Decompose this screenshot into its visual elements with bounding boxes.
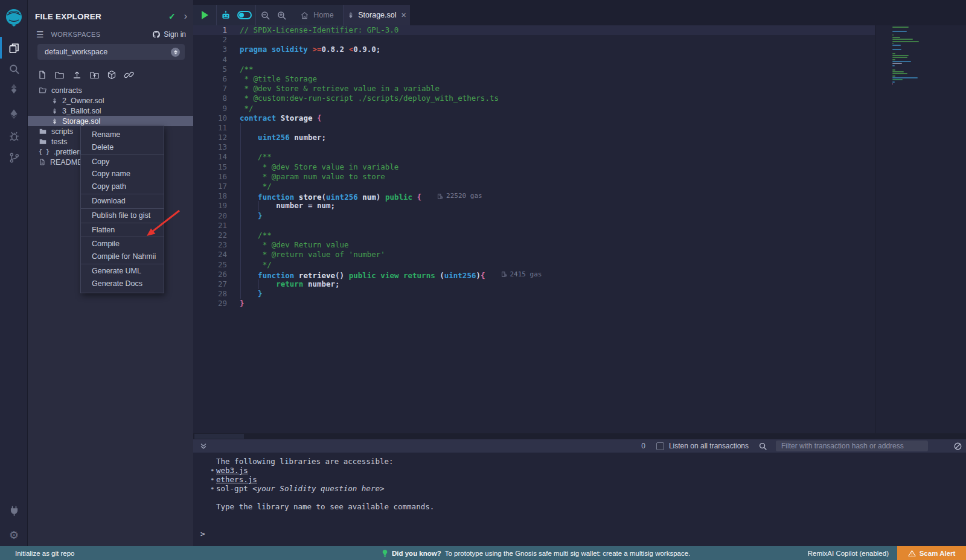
code-editor[interactable]: 1// SPDX-License-Identifier: GPL-3.023pr…	[193, 25, 966, 433]
plugin-manager-icon[interactable]	[0, 500, 28, 521]
settings-gear-icon[interactable]: ⚙	[0, 524, 28, 546]
zoom-out-icon[interactable]	[260, 10, 270, 21]
solidity-compiler-icon[interactable]	[0, 78, 28, 100]
menu-item-compile-for-nahmii[interactable]: Compile for Nahmii	[81, 250, 164, 263]
workspace-select[interactable]: default_workspace	[37, 44, 185, 60]
workspaces-menu-icon[interactable]: ☰	[36, 30, 44, 39]
ai-robot-icon[interactable]	[220, 10, 231, 21]
code-line-29[interactable]: 29}	[193, 299, 966, 308]
debugger-icon[interactable]	[0, 125, 28, 147]
deploy-run-icon[interactable]	[0, 103, 28, 125]
tab-storage-sol[interactable]: Storage.sol ×	[344, 5, 410, 25]
github-sign-in[interactable]: Sign in	[152, 30, 186, 39]
upload-folder-icon[interactable]	[89, 70, 100, 80]
ethers-link[interactable]: ethers.js	[216, 475, 257, 484]
editor-tab-bar: Home Storage.sol ×	[193, 5, 966, 25]
code-line-21[interactable]: 21	[193, 221, 966, 231]
horizontal-scrollbar[interactable]	[193, 433, 966, 439]
ai-segment	[217, 5, 255, 25]
remix-logo-icon[interactable]	[0, 6, 28, 29]
clear-console-icon[interactable]	[953, 442, 962, 451]
menu-item-rename[interactable]: Rename	[81, 129, 164, 141]
code-line-12[interactable]: 12 uint256 number;	[193, 133, 966, 142]
code-line-27[interactable]: 27 return number;	[193, 279, 966, 289]
menu-item-copy-name[interactable]: Copy name	[81, 168, 164, 180]
terminal-lib-solgpt: •sol-gpt <your Solidity question here>	[210, 484, 966, 493]
code-line-3[interactable]: 3pragma solidity >=0.8.2 <0.9.0;	[193, 45, 966, 54]
copilot-toggle[interactable]	[237, 11, 252, 19]
status-check-icon[interactable]: ✓	[168, 11, 176, 21]
code-line-15[interactable]: 15 * @dev Store value in variable	[193, 162, 966, 172]
web3-link[interactable]: web3.js	[216, 466, 248, 475]
menu-item-copy[interactable]: Copy	[81, 156, 164, 168]
copilot-status[interactable]: RemixAI Copilot (enabled)	[808, 550, 889, 557]
code-line-25[interactable]: 25 */	[193, 260, 966, 270]
play-run-icon[interactable]	[202, 11, 208, 19]
scrollbar-thumb[interactable]	[194, 434, 244, 439]
line-number: 20	[193, 211, 240, 221]
code-line-24[interactable]: 24 * @return value of 'number'	[193, 250, 966, 259]
file-explorer-icon[interactable]	[0, 37, 28, 59]
code-line-11[interactable]: 11	[193, 123, 966, 133]
menu-item-delete[interactable]: Delete	[81, 141, 164, 154]
code-line-10[interactable]: 10contract Storage {	[193, 113, 966, 123]
code-line-23[interactable]: 23 * @dev Return value	[193, 240, 966, 250]
tree-item-storage-sol[interactable]: Storage.sol	[28, 116, 193, 126]
new-folder-icon[interactable]	[54, 70, 65, 80]
init-git-repo-button[interactable]: Initialize as git repo	[15, 550, 74, 557]
zoom-in-icon[interactable]	[277, 10, 287, 21]
scam-alert-button[interactable]: Scam Alert	[897, 546, 966, 560]
code-line-6[interactable]: 6 * @title Storage	[193, 74, 966, 84]
code-line-13[interactable]: 13	[193, 142, 966, 152]
menu-separator	[81, 264, 164, 264]
tab-home[interactable]: Home	[291, 5, 343, 25]
line-number: 11	[193, 123, 240, 133]
new-file-icon[interactable]	[37, 70, 47, 80]
code-line-17[interactable]: 17 */	[193, 182, 966, 191]
code-line-2[interactable]: 2	[193, 35, 966, 45]
upload-file-icon[interactable]	[72, 70, 82, 80]
status-bar: Initialize as git repo Did you know? To …	[0, 546, 966, 560]
code-line-26[interactable]: 26 function retrieve() public view retur…	[193, 270, 966, 279]
code-line-20[interactable]: 20 }	[193, 211, 966, 221]
menu-item-compile[interactable]: Compile	[81, 238, 164, 250]
chevron-right-icon[interactable]: ›	[184, 11, 187, 22]
menu-item-publish-file-to-gist[interactable]: Publish file to gist	[81, 209, 164, 222]
git-icon[interactable]	[0, 147, 28, 168]
code-line-5[interactable]: 5/**	[193, 65, 966, 74]
search-icon[interactable]	[0, 58, 28, 80]
code-line-14[interactable]: 14 /**	[193, 152, 966, 162]
terminal-search-icon[interactable]	[758, 442, 767, 451]
tree-item-3-ballot-sol[interactable]: 3_Ballot.sol	[28, 106, 193, 116]
code-line-22[interactable]: 22 /**	[193, 231, 966, 240]
code-line-7[interactable]: 7 * @dev Store & retrieve value in a var…	[193, 84, 966, 94]
file-icon	[39, 158, 46, 166]
line-number: 8	[193, 94, 240, 103]
code-line-16[interactable]: 16 * @param num value to store	[193, 172, 966, 182]
code-line-8[interactable]: 8 * @custom:dev-run-script ./scripts/dep…	[193, 94, 966, 103]
tab-close-icon[interactable]: ×	[401, 10, 406, 20]
code-line-19[interactable]: 19 number = num;	[193, 201, 966, 211]
transaction-filter-input[interactable]	[776, 441, 928, 451]
menu-item-generate-docs[interactable]: Generate Docs	[81, 278, 164, 290]
line-number: 4	[193, 55, 240, 65]
import-url-link-icon[interactable]	[124, 70, 134, 80]
code-line-28[interactable]: 28 }	[193, 289, 966, 299]
listen-label[interactable]: Listen on all transactions	[669, 442, 749, 450]
expand-terminal-icon[interactable]	[199, 442, 208, 450]
tree-item-2-owner-sol[interactable]: 2_Owner.sol	[28, 95, 193, 106]
terminal-output[interactable]: The following libraries are accessible: …	[193, 453, 966, 546]
ipfs-cube-icon[interactable]	[107, 70, 117, 80]
tree-item-contracts[interactable]: contracts	[28, 85, 193, 95]
minimap[interactable]	[892, 27, 929, 85]
menu-item-download[interactable]: Download	[81, 195, 164, 208]
code-line-9[interactable]: 9 */	[193, 104, 966, 113]
terminal-prompt[interactable]: >	[200, 529, 966, 538]
menu-item-flatten[interactable]: Flatten	[81, 224, 164, 237]
code-line-4[interactable]: 4	[193, 55, 966, 65]
code-line-1[interactable]: 1// SPDX-License-Identifier: GPL-3.0	[193, 25, 875, 35]
menu-item-generate-uml[interactable]: Generate UML	[81, 265, 164, 278]
code-line-18[interactable]: 18 function store(uint256 num) public {2…	[193, 191, 966, 201]
listen-checkbox[interactable]	[656, 442, 664, 450]
menu-item-copy-path[interactable]: Copy path	[81, 180, 164, 193]
